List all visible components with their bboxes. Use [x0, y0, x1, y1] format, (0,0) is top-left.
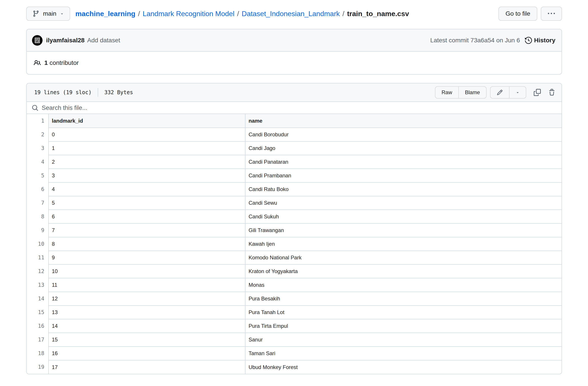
avatar-image — [32, 35, 42, 46]
cell-landmark-id: 7 — [48, 223, 245, 237]
cell-name: Candi Sewu — [245, 196, 562, 210]
pencil-icon — [497, 89, 503, 95]
line-number: 10 — [27, 237, 48, 251]
contributors-row[interactable]: 1 contributor — [27, 52, 562, 74]
breadcrumb-folder-link-1[interactable]: Landmark Recognition Model — [143, 10, 234, 18]
cell-landmark-id: 14 — [48, 319, 245, 333]
breadcrumb-separator: / — [138, 10, 140, 18]
table-row: 1816Taman Sari — [27, 346, 562, 360]
cell-landmark-id: 17 — [48, 360, 245, 374]
line-number: 12 — [27, 264, 48, 278]
commit-date: on Jun 6 — [496, 37, 520, 44]
cell-name: Komodo National Park — [245, 251, 562, 264]
table-row: 1917Ubud Monkey Forest — [27, 360, 562, 374]
file-search-input[interactable] — [42, 104, 556, 111]
cell-landmark-id: 2 — [48, 155, 245, 169]
commit-box: ilyamfaisal28 Add dataset Latest commit … — [26, 29, 562, 75]
branch-name: main — [43, 10, 57, 17]
cell-landmark-id: 0 — [48, 128, 245, 141]
history-label: History — [534, 37, 555, 44]
table-row: 1715Sanur — [27, 333, 562, 346]
history-icon — [525, 37, 532, 44]
copy-raw-button[interactable] — [534, 89, 541, 96]
history-link[interactable]: History — [525, 37, 555, 44]
breadcrumb-repo-link[interactable]: machine_learning — [75, 10, 135, 18]
latest-commit-meta: Latest commit 73a6a54 on Jun 6 — [430, 37, 520, 44]
line-number: 13 — [27, 278, 48, 292]
file-lines-info: 19 lines (19 sloc) — [34, 89, 91, 95]
delete-file-button[interactable] — [548, 89, 555, 96]
cell-name: Monas — [245, 278, 562, 292]
raw-button[interactable]: Raw — [435, 87, 458, 98]
cell-name: Sanur — [245, 333, 562, 346]
table-row: 1513Pura Tanah Lot — [27, 305, 562, 319]
cell-landmark-id: 3 — [48, 169, 245, 182]
cell-name: Candi Jago — [245, 141, 562, 155]
cell-landmark-id: 8 — [48, 237, 245, 251]
line-number: 2 — [27, 128, 48, 141]
table-row: 108Kawah Ijen — [27, 237, 562, 251]
line-number: 17 — [27, 333, 48, 346]
line-number: 15 — [27, 305, 48, 319]
table-row: 86Candi Sukuh — [27, 210, 562, 223]
blame-button[interactable]: Blame — [458, 87, 486, 98]
copy-icon — [534, 89, 541, 96]
commit-author-link[interactable]: ilyamfaisal28 — [46, 37, 84, 44]
file-actions: Raw Blame — [435, 86, 555, 99]
column-header-name: name — [245, 114, 562, 128]
more-options-button[interactable] — [541, 7, 562, 21]
table-row: 1614Pura Tirta Empul — [27, 319, 562, 333]
cell-name: Ubud Monkey Forest — [245, 360, 562, 374]
cell-landmark-id: 13 — [48, 305, 245, 319]
line-number: 16 — [27, 319, 48, 333]
contributor-count: 1 — [44, 59, 48, 66]
table-row: 75Candi Sewu — [27, 196, 562, 210]
table-row: 1412Pura Besakih — [27, 292, 562, 305]
cell-name: Candi Borobudur — [245, 128, 562, 141]
branch-selector-button[interactable]: main — [26, 7, 70, 21]
triangle-down-icon — [516, 90, 520, 94]
cell-landmark-id: 5 — [48, 196, 245, 210]
breadcrumb-separator: / — [342, 10, 344, 18]
people-icon — [34, 59, 41, 66]
column-header-landmark-id: landmark_id — [48, 114, 245, 128]
line-number: 14 — [27, 292, 48, 305]
cell-name: Pura Tanah Lot — [245, 305, 562, 319]
cell-name: Pura Besakih — [245, 292, 562, 305]
line-number: 11 — [27, 251, 48, 264]
go-to-file-button[interactable]: Go to file — [499, 7, 537, 21]
table-row: 1210Kraton of Yogyakarta — [27, 264, 562, 278]
trash-icon — [548, 89, 555, 96]
file-search-bar — [27, 102, 562, 114]
table-row: 53Candi Prambanan — [27, 169, 562, 182]
edit-file-button[interactable] — [490, 87, 509, 98]
cell-name: Candi Prambanan — [245, 169, 562, 182]
table-row: 119Komodo National Park — [27, 251, 562, 264]
table-row: 97Gili Trawangan — [27, 223, 562, 237]
breadcrumb-folder-link-2[interactable]: Dataset_Indonesian_Landmark — [242, 10, 340, 18]
breadcrumb-bar: main machine_learning / Landmark Recogni… — [26, 7, 562, 21]
cell-landmark-id: 1 — [48, 141, 245, 155]
file-size-info: 332 Bytes — [104, 89, 133, 95]
edit-dropdown-button[interactable] — [509, 87, 526, 98]
cell-landmark-id: 11 — [48, 278, 245, 292]
commit-hash-link[interactable]: 73a6a54 — [470, 37, 494, 44]
line-number: 4 — [27, 155, 48, 169]
cell-name: Kraton of Yogyakarta — [245, 264, 562, 278]
edit-group — [490, 86, 526, 99]
cell-landmark-id: 12 — [48, 292, 245, 305]
line-number: 18 — [27, 346, 48, 360]
cell-name: Candi Ratu Boko — [245, 182, 562, 196]
file-box: 19 lines (19 sloc) 332 Bytes Raw Blame — [26, 83, 562, 374]
line-number: 7 — [27, 196, 48, 210]
table-row: 1311Monas — [27, 278, 562, 292]
cell-name: Candi Sukuh — [245, 210, 562, 223]
raw-blame-group: Raw Blame — [435, 86, 486, 99]
breadcrumb-file-name: train_to_name.csv — [347, 10, 409, 18]
page: main machine_learning / Landmark Recogni… — [0, 0, 588, 386]
cell-landmark-id: 6 — [48, 210, 245, 223]
latest-commit-bar: ilyamfaisal28 Add dataset Latest commit … — [27, 29, 562, 52]
avatar[interactable] — [32, 35, 42, 46]
contributor-label: contributor — [50, 59, 79, 66]
commit-message-link[interactable]: Add dataset — [87, 37, 120, 44]
